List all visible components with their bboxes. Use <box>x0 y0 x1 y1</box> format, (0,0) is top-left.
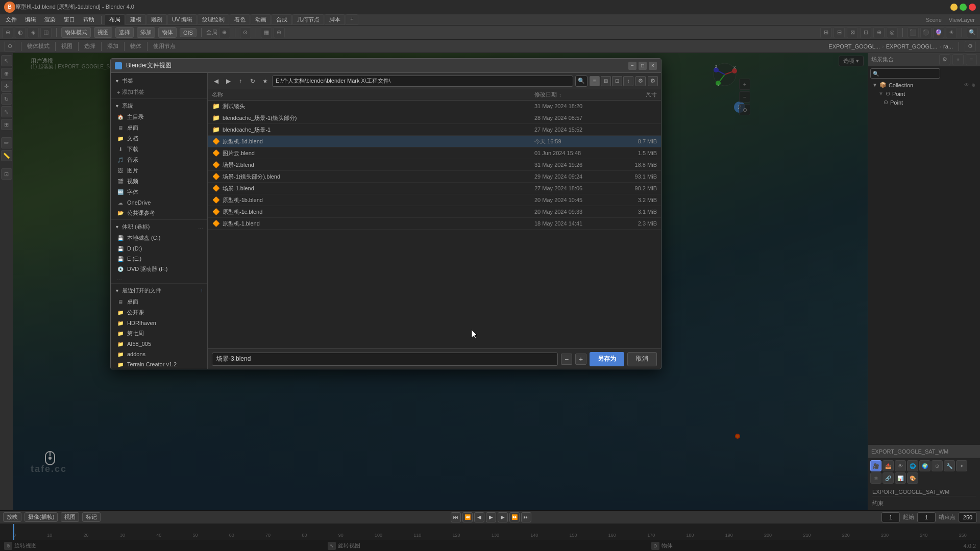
prop-icon-constraints[interactable]: 🔗 <box>883 472 894 484</box>
nav-bookmark-btn[interactable]: ★ <box>260 76 270 86</box>
sidebar-item-d-drive[interactable]: 💾 D (D:) <box>111 243 207 254</box>
workspace-tab-animation[interactable]: 动画 <box>251 14 271 25</box>
sidebar-recent-week7[interactable]: 📁 第七周 <box>111 328 207 339</box>
sidebar-item-home[interactable]: 🏠 主目录 <box>111 112 207 122</box>
jump-start-btn[interactable]: ⏮ <box>451 512 461 522</box>
filename-minus-btn[interactable]: − <box>561 354 572 365</box>
start-frame-input[interactable] <box>917 512 936 522</box>
tool-cursor[interactable]: ⊕ <box>1 68 12 79</box>
file-row-2[interactable]: 📁 blendcache_场景-1 27 May 2024 15:52 <box>208 124 661 136</box>
workspace-tab-compositing[interactable]: 合成 <box>272 14 292 25</box>
filter-icon[interactable]: ⚙ <box>965 41 976 52</box>
nav-refresh-btn[interactable]: ↻ <box>248 76 258 86</box>
sidebar-item-music[interactable]: 🎵 音乐 <box>111 155 207 165</box>
sidebar-item-e-drive[interactable]: 💾 E (E:) <box>111 254 207 264</box>
maximize-button[interactable] <box>960 4 967 11</box>
view-list-btn[interactable]: ≡ <box>590 76 600 86</box>
sidebar-item-fonts[interactable]: 🔤 字体 <box>111 187 207 197</box>
sidebar-item-dvd-drive[interactable]: 💿 DVD 驱动器 (F:) <box>111 264 207 274</box>
workspace-tab-geometry[interactable]: 几何节点 <box>292 14 324 25</box>
nav-up-btn[interactable]: ↑ <box>235 76 246 86</box>
nav-back-btn[interactable]: ◀ <box>211 76 221 86</box>
sidebar-section-recent[interactable]: ▼ 最近打开的文件 ↑ <box>111 285 207 296</box>
proportional-icon[interactable]: ⊚ <box>274 27 285 38</box>
view-sort-btn[interactable]: ↕ <box>623 76 633 86</box>
dialog-maximize-btn[interactable]: □ <box>639 62 647 70</box>
path-bar[interactable]: E:\个人文档\blender\blender Mark X\工程文件\ <box>272 76 573 87</box>
tl-camera-btn[interactable]: 摄像(插帧) <box>24 512 58 522</box>
filter-btn[interactable]: ⚙ <box>635 76 646 86</box>
view-thumb-btn[interactable]: ⊡ <box>612 76 622 86</box>
workspace-tab-shading[interactable]: 着色 <box>230 14 250 25</box>
object-props-icon[interactable]: ⊙ <box>4 41 15 52</box>
tl-markers-btn[interactable]: 标记 <box>82 512 101 522</box>
solid-icon[interactable]: ⚫ <box>920 27 932 38</box>
file-row-3[interactable]: 🔶 原型机-1d.blend 今天 16:59 8.7 MiB <box>208 136 661 147</box>
tl-playback-btn[interactable]: 放映 <box>3 512 21 522</box>
mode-icon-3[interactable]: ◈ <box>28 27 39 38</box>
prop-icon-material[interactable]: 🎨 <box>907 472 918 484</box>
pivot-icon[interactable]: ⊙ <box>240 27 251 38</box>
tool-transform[interactable]: ⊞ <box>1 119 12 130</box>
sidebar-recent-addons[interactable]: 📁 addons <box>111 349 207 359</box>
outliner-item-collection[interactable]: ▼ 📦 Collection 👁 🖱 <box>868 81 980 89</box>
sidebar-recent-terrain[interactable]: 📁 Terrain Creator v1.2 <box>111 359 207 369</box>
search-btn[interactable]: 🔍 <box>967 27 978 38</box>
tool-select[interactable]: ↖ <box>1 55 12 66</box>
jump-end-btn[interactable]: ⏭ <box>521 512 531 522</box>
tool-measure[interactable]: 📏 <box>1 150 12 161</box>
prop-icon-output[interactable]: 📤 <box>883 460 894 471</box>
file-row-6[interactable]: 🔶 场景-1(镜头部分).blend 29 May 2024 09:24 93.… <box>208 171 661 183</box>
add-menu[interactable]: 添加 <box>137 27 155 38</box>
header-tool-3[interactable]: ⊠ <box>847 27 858 38</box>
sidebar-item-desktop[interactable]: 🖥 桌面 <box>111 122 207 133</box>
workspace-tab-scripting[interactable]: 脚本 <box>325 14 345 25</box>
mode-icon-2[interactable]: ◐ <box>15 27 26 38</box>
outliner-item-point-1[interactable]: ▼ ⊙ Point <box>868 89 980 98</box>
file-row-8[interactable]: 🔶 原型机-1b.blend 20 May 2024 10:45 3.2 MiB <box>208 194 661 206</box>
tool-annotate[interactable]: ✏ <box>1 137 12 148</box>
rendered-icon[interactable]: ☀ <box>946 27 957 38</box>
header-tool-4[interactable]: ⊡ <box>860 27 871 38</box>
sidebar-recent-hdri[interactable]: 📁 HDRIhaven <box>111 318 207 328</box>
outliner-search-input[interactable] <box>870 68 940 79</box>
sidebar-section-system[interactable]: ▼ 系统 <box>111 100 207 112</box>
object-menu[interactable]: 物体 <box>158 27 177 38</box>
tool-rotate[interactable]: ↻ <box>1 93 12 105</box>
menu-file[interactable]: 文件 <box>2 15 20 24</box>
sidebar-item-public[interactable]: 📂 公共课参考 <box>111 208 207 218</box>
cancel-button[interactable]: 取消 <box>627 352 657 366</box>
outliner-item-point-2[interactable]: ⊙ Point <box>868 98 980 107</box>
workspace-tab-add[interactable]: + <box>346 14 358 25</box>
mode-icon-4[interactable]: ◫ <box>40 27 52 38</box>
breadcrumb-2[interactable]: EXPORT_GOOGL... <box>886 43 938 49</box>
tool-scale[interactable]: ⤡ <box>1 106 12 117</box>
outliner-filter-icon[interactable]: ⚙ <box>939 54 950 65</box>
snap-icon[interactable]: ▦ <box>261 27 272 38</box>
sidebar-section-volumes[interactable]: ▼ 体积 (卷标) … <box>111 221 207 233</box>
outliner-options-icon[interactable]: ≡ <box>966 54 977 65</box>
minimize-button[interactable] <box>950 4 958 11</box>
transform-icon[interactable]: ⊕ <box>219 27 230 38</box>
sidebar-add-bookmark[interactable]: + 添加书签 <box>111 87 207 97</box>
sidebar-item-onedrive[interactable]: ☁ OneDrive <box>111 197 207 208</box>
nav-search-btn[interactable]: 🔍 <box>575 76 587 87</box>
tool-add-cube[interactable]: ⊡ <box>1 168 12 180</box>
outliner-add-icon[interactable]: + <box>952 54 964 65</box>
prop-icon-particles[interactable]: ✦ <box>956 460 967 471</box>
sidebar-item-videos[interactable]: 🎬 视频 <box>111 176 207 187</box>
prop-icon-data[interactable]: 📊 <box>895 472 906 484</box>
menu-edit[interactable]: 编辑 <box>21 15 40 24</box>
current-frame-input[interactable] <box>881 512 900 522</box>
close-button[interactable] <box>969 4 976 11</box>
workspace-tab-sculpt[interactable]: 雕刻 <box>146 14 167 25</box>
prev-frame-btn[interactable]: ⏪ <box>462 512 473 522</box>
view-grid-btn[interactable]: ⊞ <box>601 76 611 86</box>
menu-render[interactable]: 渲染 <box>41 15 59 24</box>
breadcrumb-3[interactable]: ra... <box>943 43 953 49</box>
file-row-10[interactable]: 🔶 原型机-1.blend 18 May 2024 14:41 2.3 MiB <box>208 218 661 230</box>
tool-move[interactable]: ✛ <box>1 81 12 92</box>
prop-icon-view[interactable]: 👁 <box>895 460 906 471</box>
workspace-tab-uv[interactable]: UV 编辑 <box>167 14 197 25</box>
filename-input[interactable] <box>212 353 558 366</box>
